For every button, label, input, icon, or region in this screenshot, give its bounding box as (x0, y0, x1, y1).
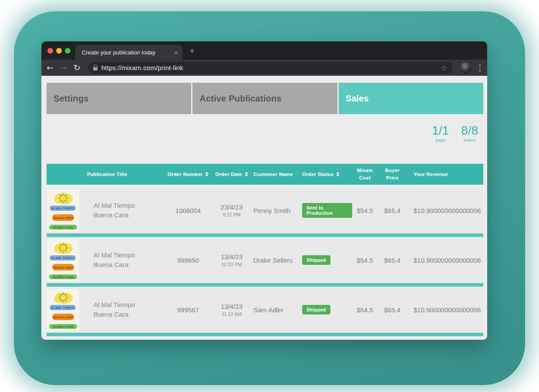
page-counter-label: page (432, 138, 449, 142)
tab-active-publications[interactable]: Active Publications (192, 83, 337, 114)
customer-name: Penny Smith (253, 207, 302, 214)
column-customer-name: Customer Name (253, 172, 302, 177)
your-revenue: $10.900000000000006 (407, 306, 483, 314)
your-revenue: $10.900000000000006 (407, 257, 483, 264)
browser-menu-icon[interactable] (478, 64, 482, 71)
order-date-value: 13/4/23 (210, 303, 253, 310)
page-content: Settings Active Publications Sales 1/1 p… (41, 76, 487, 340)
browser-window: Create your publication today × + ← → ↻ … (41, 41, 487, 340)
order-time-value: 9:21 PM (210, 212, 253, 217)
browser-toolbar: ← → ↻ https://mixam.com/print-link ☆ (41, 60, 487, 76)
traffic-lights (41, 48, 75, 54)
thumbnail-band2-text: BUENA CARA (53, 315, 73, 318)
maximize-window-button[interactable] (65, 48, 71, 54)
browser-tab-strip: Create your publication today × + (41, 41, 487, 60)
browser-tab[interactable]: Create your publication today × (75, 45, 182, 60)
publication-cover-thumbnail: AL MAL TIEMPO BUENA CARA RICARDO SANZ (47, 289, 79, 331)
thumbnail-band2-text: BUENA CARA (53, 216, 73, 219)
order-date-value: 13/4/23 (210, 253, 253, 260)
order-number: 1006004 (166, 207, 210, 214)
order-date: 23/4/23 9:21 PM (210, 203, 253, 217)
thumbnail-band1-text: AL MAL TIEMPO (51, 257, 74, 260)
orders-counter: 8/8 orders (461, 125, 478, 145)
order-date: 13/4/23 12:53 PM (210, 253, 253, 267)
order-date-value: 23/4/23 (210, 203, 253, 211)
page-counter: 1/1 page (432, 125, 449, 145)
close-tab-icon[interactable]: × (174, 49, 178, 56)
bookmark-star-icon[interactable]: ☆ (440, 63, 447, 72)
status-badge: Shipped (302, 255, 330, 265)
lock-icon (93, 67, 98, 71)
column-mixam-cost: Mixam Cost (352, 167, 377, 182)
page-counter-value: 1/1 (432, 125, 449, 137)
customer-name: Sam Adler (253, 306, 302, 314)
forward-icon[interactable]: → (60, 64, 67, 72)
mixam-cost: $54.5 (352, 207, 377, 214)
buyer-price: $65.4 (377, 257, 407, 264)
sort-icon (205, 172, 209, 176)
table-row[interactable]: AL MAL TIEMPO BUENA CARA RICARDO SANZ Al… (47, 187, 483, 233)
tab-settings-label: Settings (54, 94, 89, 104)
tab-sales[interactable]: Sales (339, 83, 483, 114)
orders-table: Publication Title Order Number Order Dat… (47, 164, 483, 336)
orders-counter-value: 8/8 (461, 125, 478, 137)
address-bar[interactable]: https://mixam.com/print-link ☆ (88, 62, 453, 74)
column-order-status[interactable]: Order Status (302, 172, 352, 177)
back-icon[interactable]: ← (47, 64, 54, 72)
order-time-value: 12:53 PM (210, 262, 253, 267)
thumbnail-band3-text: RICARDO SANZ (52, 325, 74, 328)
close-window-button[interactable] (47, 48, 53, 54)
thumbnail-band1-text: AL MAL TIEMPO (51, 207, 74, 210)
browser-tab-title: Create your publication today (82, 49, 155, 56)
minimize-window-button[interactable] (56, 48, 62, 54)
table-row[interactable]: AL MAL TIEMPO BUENA CARA RICARDO SANZ Al… (47, 287, 483, 333)
mixam-cost: $54.5 (352, 257, 377, 264)
column-order-date[interactable]: Order Date (210, 172, 253, 177)
row-separator (47, 333, 483, 336)
thumbnail-band3-text: RICARDO SANZ (52, 275, 74, 278)
column-order-date-label: Order Date (215, 172, 242, 177)
orders-counter-label: orders (461, 138, 478, 142)
thumbnail-band1-text: AL MAL TIEMPO (51, 306, 74, 309)
publication-title: Al Mal Tiempo Buena Cara (81, 201, 166, 220)
order-number: 999567 (166, 306, 210, 314)
publication-cover-thumbnail: AL MAL TIEMPO BUENA CARA RICARDO SANZ (47, 239, 79, 281)
order-time-value: 11:12 AM (210, 311, 253, 317)
buyer-price: $65.4 (377, 207, 407, 214)
order-date: 13/4/23 11:12 AM (210, 303, 253, 317)
your-revenue: $10.900000000000006 (407, 207, 483, 214)
thumbnail-band2-text: BUENA CARA (53, 266, 73, 269)
column-buyer-price: Buyer Price (377, 167, 407, 182)
publication-cover-thumbnail: AL MAL TIEMPO BUENA CARA RICARDO SANZ (47, 189, 79, 232)
publication-title: Al Mal Tiempo Buena Cara (81, 300, 166, 320)
buyer-price: $65.4 (377, 306, 407, 314)
avatar[interactable] (460, 62, 472, 74)
row-separator (47, 233, 483, 237)
tab-sales-label: Sales (346, 94, 369, 104)
column-order-number-label: Order Number (168, 172, 202, 177)
column-your-revenue: Your Revenue (407, 172, 483, 177)
row-separator (47, 283, 483, 287)
publication-title: Al Mal Tiempo Buena Cara (81, 250, 166, 270)
reload-icon[interactable]: ↻ (74, 64, 81, 72)
thumbnail-band3-text: RICARDO SANZ (52, 226, 74, 229)
column-order-number[interactable]: Order Number (166, 172, 210, 177)
status-badge: Shipped (302, 305, 330, 314)
column-order-status-label: Order Status (302, 172, 334, 177)
sort-icon (336, 172, 340, 176)
tab-settings[interactable]: Settings (47, 83, 191, 114)
status-badge: Sent to Production (302, 203, 352, 218)
column-publication-title: Publication Title (81, 172, 166, 177)
sort-icon (245, 172, 248, 176)
mixam-cost: $54.5 (352, 306, 377, 314)
url-text[interactable]: https://mixam.com/print-link (101, 64, 183, 71)
new-tab-button[interactable]: + (189, 46, 195, 55)
section-tabs: Settings Active Publications Sales (47, 83, 483, 114)
tab-active-publications-label: Active Publications (199, 94, 281, 104)
table-row[interactable]: AL MAL TIEMPO BUENA CARA RICARDO SANZ Al… (47, 237, 483, 283)
table-header: Publication Title Order Number Order Dat… (47, 164, 483, 185)
pagination: 1/1 page 8/8 orders (47, 125, 483, 145)
order-number: 999650 (166, 257, 210, 264)
customer-name: Drake Sellers (253, 257, 302, 264)
